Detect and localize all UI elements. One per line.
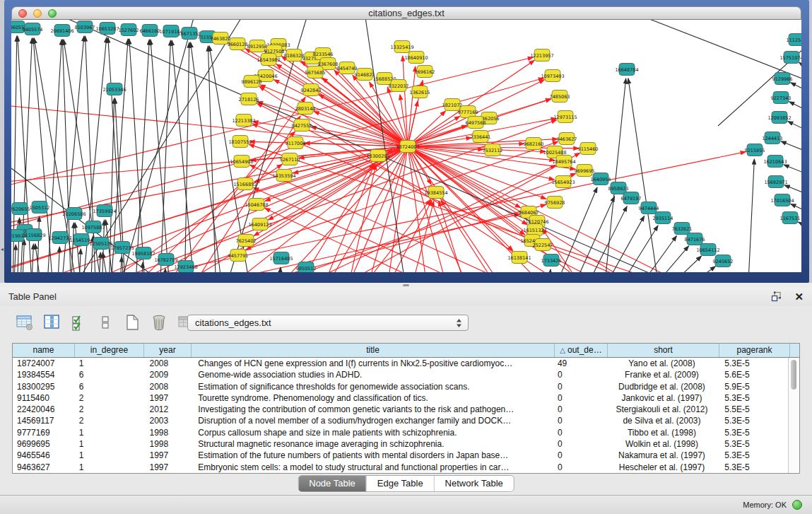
graph-node[interactable]: 9850512 xyxy=(296,262,317,273)
graph-edge[interactable] xyxy=(252,124,676,272)
graph-node[interactable]: 1527602 xyxy=(119,24,139,36)
cell-in_degree[interactable]: 2 xyxy=(75,404,144,415)
graph-edge[interactable] xyxy=(408,66,416,146)
cell-short[interactable]: Tibbo et al. (1998) xyxy=(606,427,718,438)
network-table-selector[interactable]: citations_edges.txt xyxy=(187,315,469,331)
graph-node[interactable]: 9777169 xyxy=(458,106,478,118)
graph-edge[interactable] xyxy=(54,20,704,272)
graph-edge[interactable] xyxy=(799,222,801,235)
cell-in_degree[interactable]: 1 xyxy=(75,438,144,450)
graph-node[interactable]: 17359924 xyxy=(93,205,116,217)
graph-node[interactable]: 9756928 xyxy=(545,197,565,209)
cell-title[interactable]: Genome-wide association studies in ADHD. xyxy=(191,369,553,380)
graph-node[interactable]: 2803144 xyxy=(295,103,316,115)
column-header-short[interactable]: short xyxy=(608,344,719,357)
cell-pagerank[interactable]: 5.3E-5 xyxy=(717,438,788,450)
minimize-button[interactable] xyxy=(33,9,42,18)
table-settings-button[interactable] xyxy=(14,312,35,333)
cell-year[interactable]: 2009 xyxy=(144,369,192,380)
cell-pagerank[interactable]: 5.5E-5 xyxy=(717,404,788,415)
table-row[interactable]: 1456911722003Disruption of a novel membe… xyxy=(13,415,788,426)
graph-node[interactable]: 7485063 xyxy=(550,90,570,103)
cell-title[interactable]: Corpus callosum shape and size in male p… xyxy=(191,427,553,438)
graph-node[interactable]: 13325419 xyxy=(390,41,413,53)
cell-title[interactable]: Disruption of a novel member of a sodium… xyxy=(191,415,553,426)
cell-year[interactable]: 1998 xyxy=(144,427,192,438)
graph-node[interactable]: 1167531 xyxy=(780,212,801,224)
cell-out_de[interactable]: 0 xyxy=(553,450,606,461)
column-visibility-button[interactable] xyxy=(41,312,62,333)
graph-edge[interactable] xyxy=(582,206,627,272)
graph-node[interactable]: 10975887 xyxy=(81,221,105,233)
graph-edge[interactable] xyxy=(748,159,754,272)
table-row[interactable]: 969969511998Structural magnetic resonanc… xyxy=(13,438,788,450)
cell-year[interactable]: 1997 xyxy=(144,392,192,404)
memory-ok-led-icon[interactable] xyxy=(792,500,802,510)
graph-node[interactable]: 9896128 xyxy=(242,76,262,88)
table-row[interactable]: 946554611997Estimation of the future num… xyxy=(13,450,788,461)
cell-name[interactable]: 19384554 xyxy=(13,369,75,380)
graph-node[interactable]: 15166852 xyxy=(233,178,257,190)
graph-node[interactable]: 8322037 xyxy=(389,80,409,92)
cell-pagerank[interactable]: 5.3E-5 xyxy=(717,415,788,426)
graph-node[interactable]: 9474444 xyxy=(639,202,659,214)
cell-title[interactable]: Estimation of significance thresholds fo… xyxy=(191,381,553,392)
graph-node[interactable]: 9227343 xyxy=(771,92,792,104)
graph-node[interactable]: 9245652 xyxy=(713,255,734,267)
graph-node[interactable]: 7632621 xyxy=(672,223,693,235)
table-row[interactable]: 1830029562008Estimation of significance … xyxy=(13,381,788,392)
graph-node[interactable]: 7532112 xyxy=(483,144,503,156)
tab-edge-table[interactable]: Edge Table xyxy=(367,476,435,491)
scrollbar-thumb[interactable] xyxy=(791,360,796,390)
row-height-button[interactable] xyxy=(95,312,116,333)
graph-node[interactable]: 9660128 xyxy=(228,38,248,50)
cell-title[interactable]: Structural magnetic resonance image aver… xyxy=(191,438,553,450)
cell-name[interactable]: 9115460 xyxy=(13,392,75,404)
graph-node[interactable]: 12213957 xyxy=(530,49,553,62)
cell-year[interactable]: 2008 xyxy=(144,381,192,392)
cell-in_degree[interactable]: 1 xyxy=(75,450,144,461)
cell-short[interactable]: Jankovic et al. (1997) xyxy=(606,392,718,404)
graph-node[interactable]: 8215955 xyxy=(745,144,765,156)
graph-node[interactable]: 15654923 xyxy=(551,176,575,188)
graph-edge[interactable] xyxy=(308,153,580,272)
column-header-year[interactable]: year xyxy=(144,344,192,357)
graph-node[interactable]: 16210643 xyxy=(763,156,787,168)
graph-node[interactable]: 12213383 xyxy=(232,115,255,127)
graph-node[interactable]: 9129966 xyxy=(772,73,793,85)
graph-edge[interactable] xyxy=(788,122,801,139)
graph-edge[interactable] xyxy=(102,252,110,272)
cell-title[interactable]: Changes of HCN gene expression and I(f) … xyxy=(191,358,553,369)
graph-node[interactable]: 15716485 xyxy=(269,252,293,264)
float-window-icon[interactable] xyxy=(771,291,782,302)
graph-node[interactable]: 9682160 xyxy=(524,138,544,150)
tab-node-table[interactable]: Node Table xyxy=(298,476,367,491)
table-row[interactable]: 1938455462009Genome-wide association stu… xyxy=(13,369,788,380)
graph-node[interactable]: 6479197 xyxy=(621,192,642,204)
graph-edge[interactable] xyxy=(659,256,702,272)
cell-in_degree[interactable]: 2 xyxy=(75,415,144,426)
graph-node[interactable]: 9463627 xyxy=(557,133,577,145)
cell-out_de[interactable]: 0 xyxy=(553,427,606,438)
cell-title[interactable]: Tourette syndrome. Phenomenology and cla… xyxy=(191,392,553,404)
graph-node[interactable]: 1362615 xyxy=(410,86,430,98)
graph-edge[interactable] xyxy=(57,247,59,272)
tab-network-table[interactable]: Network Table xyxy=(435,476,514,491)
graph-node[interactable]: 9242843 xyxy=(301,84,322,96)
graph-node[interactable]: 6466160 xyxy=(140,25,160,37)
graph-node[interactable]: 1640954 xyxy=(591,173,611,185)
cell-short[interactable]: Yano et al. (2008) xyxy=(606,358,718,369)
table-row[interactable]: 946362711997Embryonic stem cells: a mode… xyxy=(13,462,788,473)
cell-in_degree[interactable]: 1 xyxy=(75,358,144,369)
graph-node[interactable]: 1696162 xyxy=(415,66,435,78)
graph-edge[interactable] xyxy=(548,269,551,272)
table-row[interactable]: 911546021997Tourette syndrome. Phenomeno… xyxy=(13,392,788,404)
graph-edge[interactable] xyxy=(673,267,715,272)
new-table-button[interactable] xyxy=(122,312,143,333)
cell-out_de[interactable]: 0 xyxy=(553,381,606,392)
graph-node[interactable]: 9115460 xyxy=(578,143,599,155)
cell-pagerank[interactable]: 5.6E-5 xyxy=(717,369,788,380)
graph-edge[interactable] xyxy=(31,244,33,272)
column-header-pagerank[interactable]: pagerank xyxy=(719,344,790,357)
graph-node[interactable]: 2336441 xyxy=(471,131,491,143)
